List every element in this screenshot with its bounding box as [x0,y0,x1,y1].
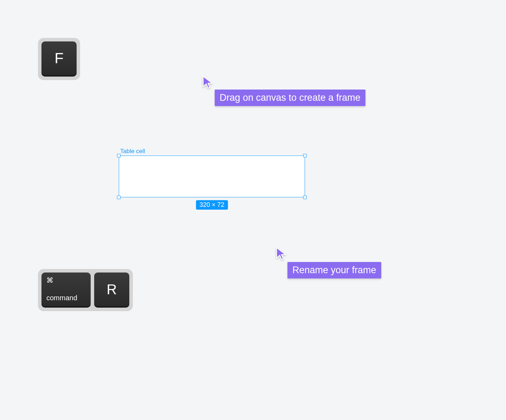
command-symbol-icon: ⌘ [46,276,53,284]
key-command: ⌘ command [41,273,91,308]
frame-rect[interactable]: 320 × 72 [119,156,305,197]
key-r: R [94,273,129,308]
tooltip-rename-frame: Rename your frame [287,262,381,278]
selected-frame[interactable]: Table cell 320 × 72 [119,156,305,197]
resize-handle-bottom-left[interactable] [117,196,121,199]
resize-handle-bottom-right[interactable] [303,196,307,199]
dimensions-badge: 320 × 72 [196,200,228,210]
keyboard-key-cmd-r-group: ⌘ command R [38,269,133,311]
resize-handle-top-left[interactable] [117,154,121,157]
key-f: F [41,41,77,77]
cursor-icon [202,75,214,89]
tooltip-create-frame: Drag on canvas to create a frame [215,90,365,106]
cursor-icon [275,247,287,261]
command-label: command [46,294,77,302]
resize-handle-top-right[interactable] [303,154,307,157]
frame-label[interactable]: Table cell [120,148,145,155]
keyboard-key-f-group: F [38,38,80,80]
